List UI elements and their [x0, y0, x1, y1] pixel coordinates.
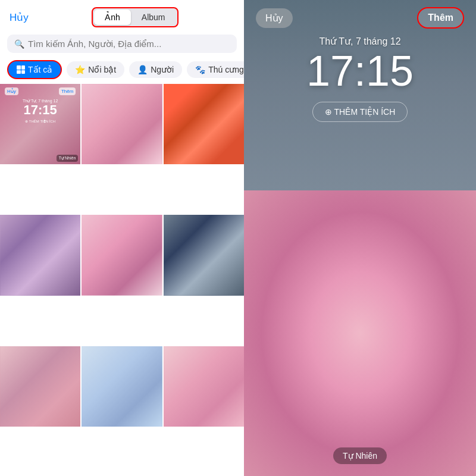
date-display: Thứ Tư, 7 tháng 12 — [319, 36, 400, 47]
tu-nhien-badge: Tự Nhiên — [333, 447, 387, 464]
preview-cancel-label: Hủy — [5, 87, 18, 95]
filter-featured-label: Nổi bật — [88, 65, 116, 74]
them-button[interactable]: Thêm — [417, 7, 464, 29]
filter-people[interactable]: 👤 Người — [129, 61, 182, 78]
filter-people-label: Người — [151, 65, 174, 74]
photo-bg-2 — [82, 84, 162, 164]
time-display: 17:15 — [306, 49, 414, 92]
cancel-button-left[interactable]: Hủy — [10, 11, 29, 24]
photo-cell-5[interactable] — [82, 215, 162, 295]
filter-all-label: Tất cả — [28, 65, 52, 74]
right-header: Hủy Thêm — [244, 0, 476, 36]
photo-bg-9 — [164, 346, 244, 427]
photo-bg-3 — [164, 84, 244, 164]
photo-bg-6 — [164, 215, 244, 295]
preview-them-label: Thêm — [59, 87, 76, 95]
photo-bg-7 — [0, 346, 80, 427]
filter-bar: Tất cả ⭐ Nổi bật 👤 Người 🐾 Thú cưng — [0, 58, 244, 84]
star-icon: ⭐ — [75, 65, 85, 74]
photo-grid: Hủy Thêm Thứ Tư, 7 tháng 12 17:15 ⊕ THÊM… — [0, 84, 244, 476]
segment-album[interactable]: Album — [131, 10, 176, 25]
photo-cell-preview[interactable]: Hủy Thêm Thứ Tư, 7 tháng 12 17:15 ⊕ THÊM… — [0, 84, 80, 164]
photo-bg-5 — [82, 215, 162, 295]
left-panel: Hủy Ảnh Album 🔍 Tất cả ⭐ Nổi bật 👤 Người… — [0, 0, 244, 476]
photo-cell-9[interactable] — [164, 346, 244, 427]
search-input[interactable] — [28, 39, 230, 49]
photo-bg-4 — [0, 215, 80, 295]
photo-cell-6[interactable] — [164, 215, 244, 295]
paw-icon: 🐾 — [195, 65, 205, 74]
search-bar: 🔍 — [7, 35, 237, 53]
search-icon: 🔍 — [14, 39, 24, 49]
preview-top-bar: Hủy Thêm — [2, 87, 78, 95]
right-bg-bottom — [244, 190, 476, 476]
lockscreen-content: Thứ Tư, 7 tháng 12 17:15 ⊕ THÊM TIỆN ÍCH — [244, 36, 476, 122]
filter-all[interactable]: Tất cả — [7, 60, 62, 79]
filter-pets-label: Thú cưng — [208, 65, 244, 74]
preview-time-display: 17:15 — [24, 104, 57, 117]
segment-control: Ảnh Album — [92, 7, 178, 27]
person-icon: 👤 — [137, 65, 148, 74]
photo-bg-8 — [82, 346, 162, 427]
photo-cell-7[interactable] — [0, 346, 80, 427]
photo-cell-3[interactable] — [164, 84, 244, 164]
preview-tu-nhien: Tự Nhiên — [57, 155, 79, 162]
filter-featured[interactable]: ⭐ Nổi bật — [67, 61, 124, 78]
top-bar-left: Hủy Ảnh Album — [0, 0, 244, 32]
preview-widget-label: ⊕ THÊM TIỆN ÍCH — [25, 119, 55, 123]
filter-pets[interactable]: 🐾 Thú cưng — [187, 61, 244, 78]
photo-cell-4[interactable] — [0, 215, 80, 295]
cancel-button-right[interactable]: Hủy — [256, 8, 293, 28]
photo-cell-8[interactable] — [82, 346, 162, 427]
photo-cell-2[interactable] — [82, 84, 162, 164]
segment-anh[interactable]: Ảnh — [94, 10, 131, 25]
preview-phone-bg: Hủy Thêm Thứ Tư, 7 tháng 12 17:15 ⊕ THÊM… — [0, 84, 80, 164]
right-panel: Hủy Thêm Thứ Tư, 7 tháng 12 17:15 ⊕ THÊM… — [244, 0, 476, 476]
add-widget-button[interactable]: ⊕ THÊM TIỆN ÍCH — [312, 102, 408, 122]
grid-icon — [17, 65, 25, 74]
